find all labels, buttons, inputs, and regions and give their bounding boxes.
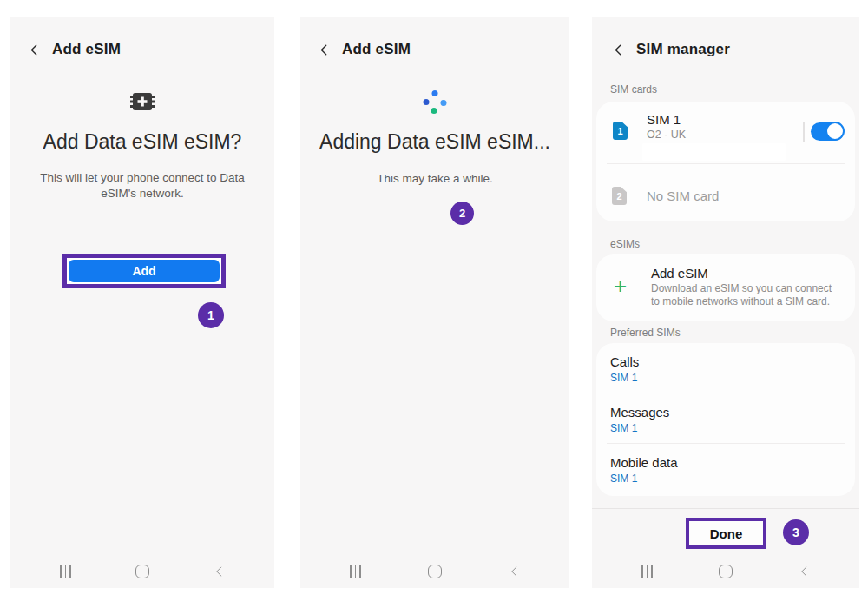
- android-navbar: [300, 555, 569, 588]
- preferred-calls-title[interactable]: Calls: [610, 354, 639, 369]
- done-button[interactable]: Done: [686, 518, 766, 549]
- add-button[interactable]: Add: [69, 260, 220, 282]
- blank-overlay: [642, 143, 786, 161]
- sim-add-chip-icon: [130, 92, 155, 115]
- sim2-title: No SIM card: [647, 188, 719, 203]
- nav-back-icon[interactable]: [214, 565, 225, 578]
- phone-screen-add-esim-confirm: Add eSIM Add Data eSIM eSIM? This will l…: [10, 17, 274, 588]
- back-icon[interactable]: [612, 43, 625, 56]
- toggle-knob: [825, 122, 845, 141]
- annotation-highlight-add: Add: [62, 254, 226, 288]
- sim1-toggle[interactable]: [811, 122, 844, 141]
- row-divider: [607, 443, 845, 444]
- home-icon[interactable]: [135, 565, 149, 578]
- sim1-title[interactable]: SIM 1: [647, 112, 681, 127]
- row-divider: [607, 393, 845, 393]
- row-divider-vertical: [803, 122, 805, 142]
- nav-back-icon[interactable]: [799, 565, 810, 578]
- footer-divider: [592, 508, 859, 509]
- preferred-messages-title[interactable]: Messages: [610, 405, 669, 420]
- confirm-heading: Add Data eSIM eSIM?: [10, 130, 274, 154]
- page-title: Add eSIM: [342, 41, 411, 58]
- preferred-messages-value: SIM 1: [610, 422, 637, 434]
- home-icon[interactable]: [428, 565, 442, 578]
- header: SIM manager: [612, 41, 730, 58]
- add-esim-title[interactable]: Add eSIM: [651, 266, 708, 281]
- step-badge-2: 2: [450, 202, 474, 225]
- section-label-preferred-sims: Preferred SIMs: [610, 327, 681, 339]
- step-badge-3: 3: [783, 519, 809, 545]
- recents-icon[interactable]: [641, 565, 653, 578]
- back-icon[interactable]: [28, 43, 41, 56]
- page-title: Add eSIM: [52, 41, 121, 58]
- recents-icon[interactable]: [60, 565, 71, 578]
- sim1-carrier: O2 - UK: [647, 129, 686, 141]
- phone-screen-add-esim-progress: Add eSIM Adding Data eSIM eSIM... This m…: [300, 17, 569, 588]
- home-icon[interactable]: [719, 565, 733, 578]
- preferred-mobile-data-title[interactable]: Mobile data: [610, 455, 678, 470]
- loading-spinner-icon: [424, 90, 447, 114]
- back-icon[interactable]: [318, 43, 331, 56]
- confirm-description: This will let your phone connect to Data…: [33, 170, 252, 202]
- plus-icon: +: [614, 274, 627, 297]
- progress-heading: Adding Data eSIM eSIM...: [300, 130, 569, 154]
- header: Add eSIM: [28, 41, 121, 58]
- sim-cards-card: [596, 102, 855, 221]
- page-title: SIM manager: [636, 41, 730, 58]
- screenshot-canvas: Add eSIM Add Data eSIM eSIM? This will l…: [0, 0, 868, 608]
- preferred-mobile-data-value: SIM 1: [610, 473, 637, 485]
- step-badge-1: 1: [198, 302, 224, 328]
- recents-icon[interactable]: [350, 565, 361, 578]
- preferred-calls-value: SIM 1: [610, 372, 637, 384]
- section-label-esims: eSIMs: [610, 238, 640, 250]
- progress-description: This may take a while.: [323, 171, 547, 187]
- phone-screen-sim-manager: SIM manager SIM cards 1 SIM 1 O2 - UK 2 …: [592, 17, 859, 588]
- row-divider: [607, 163, 845, 164]
- android-navbar: [10, 555, 274, 588]
- section-label-sim-cards: SIM cards: [610, 83, 657, 96]
- android-navbar: [592, 555, 859, 588]
- add-esim-subtitle: Download an eSIM so you can connect to m…: [651, 282, 842, 308]
- header: Add eSIM: [318, 41, 411, 58]
- nav-back-icon[interactable]: [509, 565, 520, 578]
